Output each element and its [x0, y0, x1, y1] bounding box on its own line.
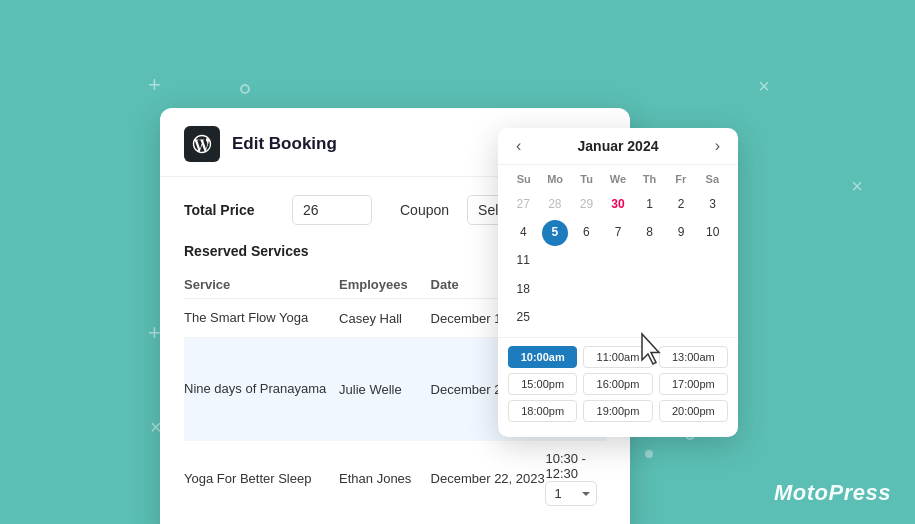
calendar-grid: Su Mo Tu We Th Fr Sa 27 28 29 30 1 2 3 4…: [498, 165, 738, 337]
cal-day-23: [666, 276, 697, 303]
cal-day-25[interactable]: 25: [508, 304, 539, 331]
cal-day-3[interactable]: 3: [697, 191, 728, 218]
cal-day-10[interactable]: 10: [697, 219, 728, 246]
cal-day-27prev[interactable]: 27: [508, 191, 539, 218]
wp-logo-svg: [191, 133, 213, 155]
weekday-su: Su: [508, 171, 539, 187]
weekday-mo: Mo: [539, 171, 570, 187]
cal-day-28prev[interactable]: 28: [540, 191, 571, 218]
cal-day-12: [540, 247, 571, 274]
time-row-2: 15:00pm 16:00pm 17:00pm: [508, 373, 728, 395]
cal-day-30[interactable]: 30: [603, 191, 634, 218]
weekday-th: Th: [634, 171, 665, 187]
time-slot-1100[interactable]: 11:00am: [583, 346, 652, 368]
time-slot-2000[interactable]: 20:00pm: [659, 400, 728, 422]
cal-day-29prev[interactable]: 29: [571, 191, 602, 218]
total-price-label: Total Price: [184, 202, 274, 218]
cal-day-17: [697, 247, 728, 274]
qty-select-3[interactable]: 1: [545, 481, 597, 506]
cal-day-20: [571, 276, 602, 303]
time-slots: 10:00am 11:00am 13:00am 15:00pm 16:00pm …: [498, 337, 738, 437]
cal-day-16: [666, 247, 697, 274]
date-3: December 22, 2023: [431, 441, 546, 517]
decor-dot-3: [645, 450, 653, 458]
time-slot-1600[interactable]: 16:00pm: [583, 373, 652, 395]
service-name-1: The Smart Flow Yoga: [184, 299, 339, 338]
cal-day-14: [603, 247, 634, 274]
col-header-service: Service: [184, 271, 339, 299]
weekday-sa: Sa: [697, 171, 728, 187]
calendar-popup: ‹ Januar 2024 › Su Mo Tu We Th Fr Sa 27 …: [498, 128, 738, 437]
time-slot-1900[interactable]: 19:00pm: [583, 400, 652, 422]
cal-day-21: [603, 276, 634, 303]
weekday-fr: Fr: [665, 171, 696, 187]
decor-plus-2: +: [148, 320, 161, 346]
decor-circle: [240, 84, 250, 94]
cal-day-7[interactable]: 7: [603, 219, 634, 246]
weekday-we: We: [602, 171, 633, 187]
cal-day-9[interactable]: 9: [666, 219, 697, 246]
employee-2: Julie Welle: [339, 338, 430, 441]
time-slot-1800[interactable]: 18:00pm: [508, 400, 577, 422]
employee-3: Ethan Jones: [339, 441, 430, 517]
cal-day-1[interactable]: 1: [634, 191, 665, 218]
motopress-brand: MotoPress: [774, 480, 891, 506]
table-row-3: Yoga For Better Sleep Ethan Jones Decemb…: [184, 441, 606, 517]
cal-day-15: [634, 247, 665, 274]
coupon-label: Coupon: [400, 202, 449, 218]
decor-cross: ×: [758, 75, 770, 98]
cal-day-11[interactable]: 11: [508, 247, 539, 274]
time-slot-1000[interactable]: 10:00am: [508, 346, 577, 368]
cal-day-19: [540, 276, 571, 303]
service-name-2: Nine days of Pranayama: [184, 338, 339, 441]
cal-day-13: [571, 247, 602, 274]
wordpress-icon: [184, 126, 220, 162]
col-header-employees: Employees: [339, 271, 430, 299]
cal-day-5-today[interactable]: 5: [542, 220, 568, 246]
time-3: 10:30 - 12:30 1: [545, 441, 606, 517]
decor-plus: +: [148, 72, 161, 98]
time-row-1: 10:00am 11:00am 13:00am: [508, 346, 728, 368]
cal-day-18[interactable]: 18: [508, 276, 539, 303]
time-slot-1500[interactable]: 15:00pm: [508, 373, 577, 395]
cal-day-4[interactable]: 4: [508, 219, 539, 246]
calendar-weekdays: Su Mo Tu We Th Fr Sa: [508, 171, 728, 187]
weekday-tu: Tu: [571, 171, 602, 187]
cal-day-6[interactable]: 6: [571, 219, 602, 246]
cal-day-24: [697, 276, 728, 303]
calendar-prev-button[interactable]: ‹: [512, 138, 525, 154]
time-slot-1300[interactable]: 13:00am: [659, 346, 728, 368]
total-price-input[interactable]: [292, 195, 372, 225]
cal-day-2[interactable]: 2: [666, 191, 697, 218]
service-name-3: Yoga For Better Sleep: [184, 441, 339, 517]
time-slot-1700[interactable]: 17:00pm: [659, 373, 728, 395]
calendar-days: 27 28 29 30 1 2 3 4 5 6 7 8 9 10 11 18: [508, 191, 728, 331]
time-row-3: 18:00pm 19:00pm 20:00pm: [508, 400, 728, 422]
card-title: Edit Booking: [232, 134, 337, 154]
decor-cross-2: ×: [851, 175, 863, 198]
calendar-month-title: Januar 2024: [578, 138, 659, 154]
cal-day-22: [634, 276, 665, 303]
employee-1: Casey Hall: [339, 299, 430, 338]
calendar-next-button[interactable]: ›: [711, 138, 724, 154]
calendar-header: ‹ Januar 2024 ›: [498, 128, 738, 165]
cal-day-8[interactable]: 8: [634, 219, 665, 246]
